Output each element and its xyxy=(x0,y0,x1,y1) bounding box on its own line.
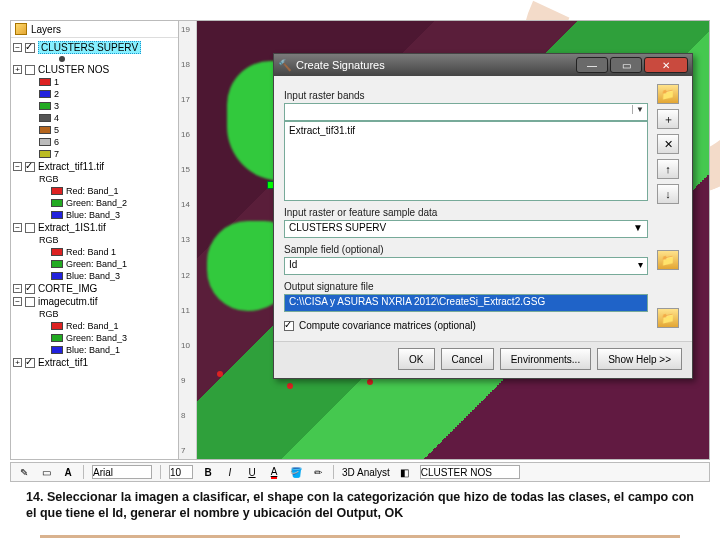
layer-child: 4 xyxy=(13,112,178,124)
layer-child xyxy=(13,55,178,63)
layer-node[interactable]: −CORTE_IMG xyxy=(13,282,178,295)
layer-node[interactable]: −Extract_tif11.tif xyxy=(13,160,178,173)
layer-child: Blue: Band_1 xyxy=(13,344,178,356)
expand-toggle[interactable]: − xyxy=(13,43,22,52)
rgb-header: RGB xyxy=(39,174,59,184)
visibility-checkbox[interactable] xyxy=(25,223,35,233)
visibility-checkbox[interactable] xyxy=(25,43,35,53)
expand-toggle[interactable]: − xyxy=(13,297,22,306)
cancel-button[interactable]: Cancel xyxy=(441,348,494,370)
ruler-tick: 11 xyxy=(181,306,194,315)
browse-sample-button[interactable]: 📁 xyxy=(657,250,679,270)
underline-button[interactable]: U xyxy=(245,465,259,479)
layer-node[interactable]: +CLUSTER NOS xyxy=(13,63,178,76)
layers-tree[interactable]: −CLUSTERS SUPERV+CLUSTER NOS 1 2 3 4 5 6… xyxy=(11,38,178,459)
sample-field-input[interactable]: Id▾ xyxy=(284,257,648,275)
add-button[interactable]: ＋ xyxy=(657,109,679,129)
color-swatch xyxy=(39,78,51,86)
show-help-button[interactable]: Show Help >> xyxy=(597,348,682,370)
ruler-tick: 13 xyxy=(181,235,194,244)
layer-child: 7 xyxy=(13,148,178,160)
sample-data-label: Input raster or feature sample data xyxy=(284,207,648,218)
visibility-checkbox[interactable] xyxy=(25,65,35,75)
visibility-checkbox[interactable] xyxy=(25,358,35,368)
analyst-layer-combo[interactable] xyxy=(420,465,520,479)
layer-label[interactable]: CLUSTER NOS xyxy=(38,64,109,75)
expand-toggle[interactable]: + xyxy=(13,65,22,74)
close-button[interactable]: ✕ xyxy=(644,57,688,73)
text-icon[interactable]: A xyxy=(61,465,75,479)
input-bands-combo[interactable] xyxy=(284,103,648,121)
ruler-tick: 9 xyxy=(181,376,194,385)
bold-button[interactable]: B xyxy=(201,465,215,479)
slide-caption: 14. Seleccionar la imagen a clasificar, … xyxy=(26,490,694,521)
font-size-input[interactable] xyxy=(169,465,193,479)
layer-node[interactable]: −imagecutm.tif xyxy=(13,295,178,308)
move-down-button[interactable]: ↓ xyxy=(657,184,679,204)
color-swatch xyxy=(39,150,51,158)
environments-button[interactable]: Environments... xyxy=(500,348,591,370)
ruler-tick: 10 xyxy=(181,341,194,350)
layer-icon[interactable]: ◧ xyxy=(398,465,412,479)
input-bands-list[interactable]: Extract_tif31.tif xyxy=(284,121,648,201)
ruler-tick: 18 xyxy=(181,60,194,69)
layer-child: RGB xyxy=(13,308,178,320)
expand-toggle[interactable]: − xyxy=(13,223,22,232)
font-color-button[interactable]: A xyxy=(267,465,281,479)
sample-data-input[interactable]: CLUSTERS SUPERV▼ xyxy=(284,220,648,238)
remove-button[interactable]: ✕ xyxy=(657,134,679,154)
layer-node[interactable]: −Extract_1IS1.tif xyxy=(13,221,178,234)
child-label: 3 xyxy=(54,101,59,111)
child-label: Green: Band_2 xyxy=(66,198,127,208)
layer-node[interactable]: −CLUSTERS SUPERV xyxy=(13,40,178,55)
sample-point[interactable] xyxy=(367,379,373,385)
color-swatch xyxy=(39,102,51,110)
italic-button[interactable]: I xyxy=(223,465,237,479)
layer-label[interactable]: Extract_tif11.tif xyxy=(38,161,104,172)
visibility-checkbox[interactable] xyxy=(25,284,35,294)
ruler-tick: 15 xyxy=(181,165,194,174)
symbol-dot xyxy=(59,56,65,62)
input-bands-label: Input raster bands xyxy=(284,90,648,101)
ok-button[interactable]: OK xyxy=(398,348,434,370)
child-label: 4 xyxy=(54,113,59,123)
move-up-button[interactable]: ↑ xyxy=(657,159,679,179)
layer-child: Red: Band_1 xyxy=(13,320,178,332)
maximize-button[interactable]: ▭ xyxy=(610,57,642,73)
browse-bands-button[interactable]: 📁 xyxy=(657,84,679,104)
layer-child: 2 xyxy=(13,88,178,100)
child-label: 6 xyxy=(54,137,59,147)
layers-header: Layers xyxy=(11,21,178,38)
layer-label[interactable]: imagecutm.tif xyxy=(38,296,97,307)
layer-child: 3 xyxy=(13,100,178,112)
list-item[interactable]: Extract_tif31.tif xyxy=(289,125,355,136)
minimize-button[interactable]: — xyxy=(576,57,608,73)
fill-color-button[interactable]: 🪣 xyxy=(289,465,303,479)
browse-output-button[interactable]: 📁 xyxy=(657,308,679,328)
font-select[interactable] xyxy=(92,465,152,479)
layer-node[interactable]: +Extract_tif1 xyxy=(13,356,178,369)
select-icon[interactable]: ▭ xyxy=(39,465,53,479)
line-color-button[interactable]: ✏ xyxy=(311,465,325,479)
layer-child: Green: Band_1 xyxy=(13,258,178,270)
layer-label[interactable]: CLUSTERS SUPERV xyxy=(38,41,141,54)
visibility-checkbox[interactable] xyxy=(25,297,35,307)
gis-app-window: Layers −CLUSTERS SUPERV+CLUSTER NOS 1 2 … xyxy=(10,20,710,460)
dialog-titlebar[interactable]: 🔨 Create Signatures — ▭ ✕ xyxy=(274,54,692,76)
expand-toggle[interactable]: − xyxy=(13,162,22,171)
draw-icon[interactable]: ✎ xyxy=(17,465,31,479)
layer-child: 6 xyxy=(13,136,178,148)
expand-toggle[interactable]: − xyxy=(13,284,22,293)
layer-label[interactable]: Extract_1IS1.tif xyxy=(38,222,106,233)
layer-label[interactable]: CORTE_IMG xyxy=(38,283,97,294)
ruler-tick: 19 xyxy=(181,25,194,34)
layer-label[interactable]: Extract_tif1 xyxy=(38,357,88,368)
child-label: Blue: Band_3 xyxy=(66,210,120,220)
expand-toggle[interactable]: + xyxy=(13,358,22,367)
covariance-checkbox[interactable] xyxy=(284,321,294,331)
output-sig-input[interactable]: C:\\CISA y ASURAS NXRIA 2012\CreateSi_Ex… xyxy=(284,294,648,312)
sample-point[interactable] xyxy=(287,383,293,389)
ruler-tick: 17 xyxy=(181,95,194,104)
visibility-checkbox[interactable] xyxy=(25,162,35,172)
sample-point[interactable] xyxy=(217,371,223,377)
